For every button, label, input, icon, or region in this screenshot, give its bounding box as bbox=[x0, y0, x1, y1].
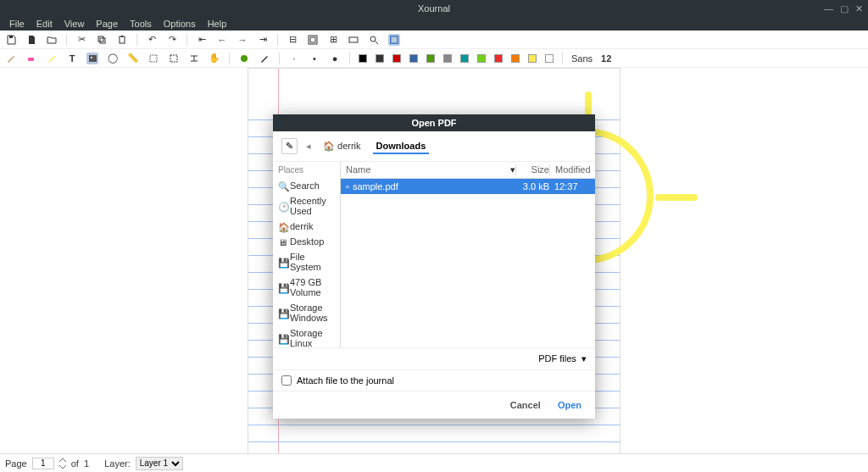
places-sidebar: Places 🔍Search🕑Recently Used🏠derrik🖥Desk… bbox=[273, 162, 341, 347]
drive-icon: 💾 bbox=[278, 334, 287, 342]
file-row[interactable]: ▫ sample.pdf3.0 kB12:37 bbox=[341, 179, 595, 194]
file-icon: ▫ bbox=[346, 181, 349, 192]
dialog-path-bar: ✎ ◂ 🏠 derrik Downloads bbox=[273, 131, 595, 162]
drive-icon: 💾 bbox=[278, 283, 287, 292]
home-icon: 🏠 bbox=[278, 222, 287, 230]
path-back-icon[interactable]: ◂ bbox=[306, 141, 311, 152]
path-current[interactable]: Downloads bbox=[373, 139, 430, 154]
search-icon: 🔍 bbox=[278, 181, 287, 190]
page-input[interactable] bbox=[32, 458, 54, 469]
page-spinner-icon[interactable] bbox=[59, 458, 66, 469]
place-derrik[interactable]: 🏠derrik bbox=[273, 219, 340, 234]
status-bar: Page of 1 Layer: Layer 1 bbox=[0, 453, 868, 472]
of-label: of bbox=[71, 458, 79, 469]
column-size[interactable]: Size bbox=[515, 164, 549, 175]
place-recently-used[interactable]: 🕑Recently Used bbox=[273, 193, 340, 219]
filter-select[interactable]: PDF files ▾ bbox=[538, 353, 587, 364]
places-header: Places bbox=[273, 162, 340, 178]
desktop-icon: 🖥 bbox=[278, 237, 287, 246]
column-name[interactable]: Name ▾ bbox=[346, 164, 515, 175]
place-file-system[interactable]: 💾File System bbox=[273, 249, 340, 275]
place-desktop[interactable]: 🖥Desktop bbox=[273, 234, 340, 249]
page-total: 1 bbox=[84, 458, 89, 469]
attach-checkbox[interactable] bbox=[281, 375, 292, 386]
open-pdf-dialog: Open PDF ✎ ◂ 🏠 derrik Downloads Places 🔍… bbox=[273, 114, 595, 419]
layer-select[interactable]: Layer 1 bbox=[136, 457, 183, 470]
attach-row: Attach file to the journal bbox=[273, 370, 595, 391]
dialog-title: Open PDF bbox=[273, 114, 595, 131]
file-list: Name ▾ Size Modified ▫ sample.pdf3.0 kB1… bbox=[341, 162, 595, 347]
cancel-button[interactable]: Cancel bbox=[510, 400, 541, 410]
clock-icon: 🕑 bbox=[278, 202, 287, 210]
drive-icon: 💾 bbox=[278, 308, 287, 317]
place-storage-linux[interactable]: 💾Storage Linux bbox=[273, 325, 340, 347]
attach-label: Attach file to the journal bbox=[297, 375, 394, 386]
open-button[interactable]: Open bbox=[558, 400, 581, 410]
column-modified[interactable]: Modified bbox=[549, 164, 590, 175]
page-label: Page bbox=[5, 458, 27, 469]
drive-icon: 💾 bbox=[278, 258, 287, 266]
layer-label: Layer: bbox=[104, 458, 131, 469]
place-search[interactable]: 🔍Search bbox=[273, 178, 340, 193]
dialog-overlay: Open PDF ✎ ◂ 🏠 derrik Downloads Places 🔍… bbox=[0, 0, 868, 472]
place-storage-windows[interactable]: 💾Storage Windows bbox=[273, 300, 340, 325]
place-479-gb-volume[interactable]: 💾479 GB Volume bbox=[273, 275, 340, 300]
path-home[interactable]: 🏠 derrik bbox=[320, 139, 364, 153]
filter-row: PDF files ▾ bbox=[273, 348, 595, 370]
path-edit-icon[interactable]: ✎ bbox=[281, 138, 298, 154]
